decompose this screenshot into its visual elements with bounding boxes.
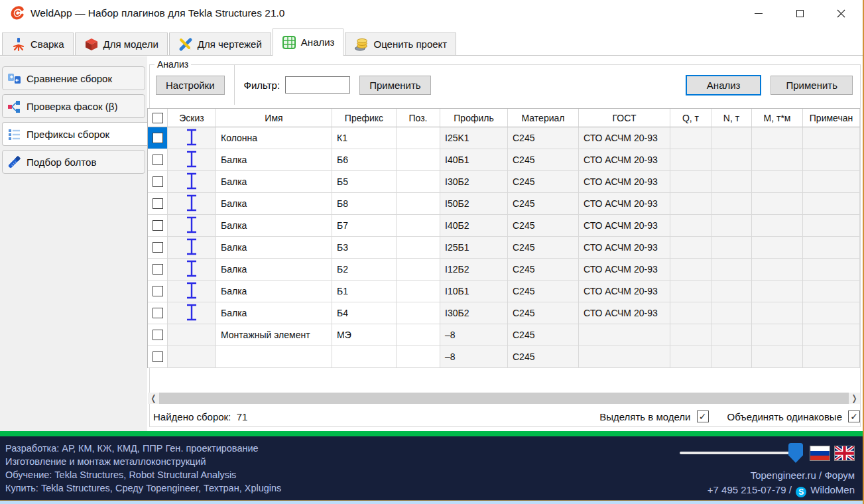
row-checkbox[interactable]: [153, 351, 163, 362]
sketch-cell[interactable]: [168, 171, 216, 193]
topengineer-link[interactable]: Topengineer.ru: [751, 470, 816, 481]
row-checkbox-cell[interactable]: [148, 237, 168, 259]
cell-n[interactable]: [711, 324, 752, 346]
cell-gost[interactable]: СТО АСЧМ 20-93: [579, 237, 670, 259]
skype-link[interactable]: WildoMen: [810, 484, 855, 495]
cell-q[interactable]: [670, 281, 711, 302]
row-checkbox-cell[interactable]: [148, 171, 168, 193]
merge-identical-checkbox[interactable]: ✓: [848, 410, 860, 422]
tab-analysis[interactable]: Анализ: [273, 29, 344, 56]
cell-profile[interactable]: I25Б1: [440, 237, 508, 259]
cell-m[interactable]: [752, 259, 803, 281]
tab-weld[interactable]: Сварка: [2, 32, 74, 55]
cell-name[interactable]: Балка: [216, 215, 332, 237]
maximize-button[interactable]: [779, 0, 820, 27]
cell-profile[interactable]: I30Б2: [440, 302, 508, 324]
sketch-cell[interactable]: [168, 259, 216, 281]
row-checkbox-cell[interactable]: [148, 302, 168, 324]
row-checkbox[interactable]: [153, 155, 163, 165]
row-checkbox-cell[interactable]: [148, 259, 168, 281]
cell-pos[interactable]: [397, 193, 440, 215]
sketch-cell[interactable]: [168, 237, 216, 259]
sketch-cell[interactable]: [168, 324, 216, 346]
column-header-sketch[interactable]: Эскиз: [168, 109, 216, 127]
slider-thumb[interactable]: [788, 443, 803, 463]
cell-profile[interactable]: –8: [440, 346, 508, 368]
cell-n[interactable]: [711, 346, 752, 368]
cell-m[interactable]: [752, 149, 803, 171]
cell-q[interactable]: [670, 171, 711, 193]
cell-note[interactable]: [803, 281, 860, 302]
tab-estimate[interactable]: Оценить проект: [345, 32, 456, 55]
tab-drawings[interactable]: Для чертежей: [169, 32, 271, 55]
cell-name[interactable]: Балка: [216, 281, 332, 302]
cell-profile[interactable]: I40Б1: [440, 149, 508, 171]
cell-pos[interactable]: [397, 215, 440, 237]
cell-prefix[interactable]: Б4: [332, 302, 397, 324]
cell-material[interactable]: C245: [508, 281, 579, 302]
row-checkbox-cell[interactable]: [148, 215, 168, 237]
row-checkbox[interactable]: [153, 286, 163, 296]
cell-name[interactable]: Балка: [216, 259, 332, 281]
cell-material[interactable]: C245: [508, 215, 579, 237]
sketch-cell[interactable]: [168, 149, 216, 171]
cell-q[interactable]: [670, 193, 711, 215]
forum-link[interactable]: Форум: [824, 470, 855, 481]
analysis-button[interactable]: Анализ: [686, 75, 762, 95]
cell-gost[interactable]: СТО АСЧМ 20-93: [579, 281, 670, 302]
close-button[interactable]: [820, 0, 861, 27]
row-checkbox-cell[interactable]: [148, 193, 168, 215]
cell-prefix[interactable]: Б2: [332, 259, 397, 281]
row-checkbox-cell[interactable]: [148, 149, 168, 171]
filter-input[interactable]: [285, 76, 350, 94]
cell-m[interactable]: [752, 193, 803, 215]
cell-prefix[interactable]: МЭ: [332, 324, 397, 346]
row-checkbox-cell[interactable]: [148, 127, 168, 149]
sidebar-item-assembly-prefixes[interactable]: Префиксы сборок: [2, 122, 147, 146]
cell-material[interactable]: C245: [508, 324, 579, 346]
row-checkbox-cell[interactable]: [148, 281, 168, 302]
cell-q[interactable]: [670, 127, 711, 149]
cell-pos[interactable]: [397, 324, 440, 346]
sketch-cell[interactable]: [168, 302, 216, 324]
row-checkbox-cell[interactable]: [148, 324, 168, 346]
cell-material[interactable]: C245: [508, 302, 579, 324]
settings-button[interactable]: Настройки: [156, 76, 225, 95]
cell-material[interactable]: C245: [508, 346, 579, 368]
scroll-right-icon[interactable]: ❭: [849, 393, 860, 404]
cell-n[interactable]: [711, 215, 752, 237]
cell-prefix[interactable]: Б5: [332, 171, 397, 193]
row-checkbox[interactable]: [153, 242, 163, 253]
cell-n[interactable]: [711, 171, 752, 193]
column-header-note[interactable]: Примечан: [803, 109, 860, 127]
cell-q[interactable]: [670, 302, 711, 324]
column-header-prefix[interactable]: Префикс: [332, 109, 397, 127]
sketch-cell[interactable]: [168, 346, 216, 368]
column-header-checkbox[interactable]: [148, 109, 168, 127]
column-header-q[interactable]: Q, т: [670, 109, 711, 127]
cell-name[interactable]: [216, 346, 332, 368]
cell-n[interactable]: [711, 259, 752, 281]
cell-m[interactable]: [752, 302, 803, 324]
cell-q[interactable]: [670, 237, 711, 259]
sketch-cell[interactable]: [168, 127, 216, 149]
cell-n[interactable]: [711, 302, 752, 324]
cell-material[interactable]: C245: [508, 193, 579, 215]
cell-q[interactable]: [670, 324, 711, 346]
cell-name[interactable]: Балка: [216, 149, 332, 171]
cell-prefix[interactable]: Б8: [332, 193, 397, 215]
column-header-gost[interactable]: ГОСТ: [579, 109, 670, 127]
sketch-cell[interactable]: [168, 281, 216, 302]
cell-pos[interactable]: [397, 259, 440, 281]
column-header-n[interactable]: N, т: [711, 109, 752, 127]
cell-gost[interactable]: СТО АСЧМ 20-93: [579, 149, 670, 171]
cell-gost[interactable]: СТО АСЧМ 20-93: [579, 193, 670, 215]
cell-q[interactable]: [670, 346, 711, 368]
row-checkbox[interactable]: [153, 198, 163, 209]
cell-m[interactable]: [752, 215, 803, 237]
cell-n[interactable]: [711, 149, 752, 171]
cell-gost[interactable]: СТО АСЧМ 20-93: [579, 302, 670, 324]
scroll-left-icon[interactable]: ❬: [148, 393, 159, 404]
cell-note[interactable]: [803, 302, 860, 324]
row-checkbox-cell[interactable]: [148, 346, 168, 368]
